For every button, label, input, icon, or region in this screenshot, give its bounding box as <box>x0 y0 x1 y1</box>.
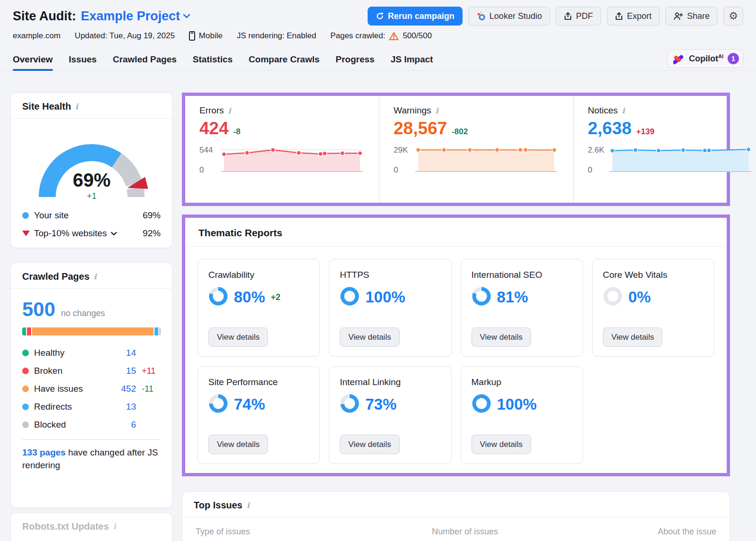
legend-row-blocked[interactable]: Blocked 6 <box>22 416 161 434</box>
warnings-panel: Warnings i 28,567 -802 29K 0 <box>379 96 573 203</box>
copilot-button[interactable]: CopilotAI 1 <box>667 49 743 68</box>
share-button[interactable]: Share <box>665 7 718 26</box>
orange-dot-icon <box>22 386 29 392</box>
info-icon[interactable]: i <box>622 106 625 115</box>
view-details-button[interactable]: View details <box>208 327 268 347</box>
header-meta: example.com Updated: Tue, Aug 19, 2025 M… <box>13 31 743 41</box>
thematic-reports-box: Thematic Reports Crawlability 80% +2 Vie… <box>182 215 730 476</box>
thematic-card-core-web-vitals: Core Web Vitals 0% View details <box>592 259 714 357</box>
site-health-card: Site Health i 69%+1 Your site 69% Top-10… <box>10 93 172 248</box>
notices-sparkline <box>610 144 751 175</box>
upload-icon <box>564 12 572 21</box>
copilot-count-badge: 1 <box>728 53 739 64</box>
legend-row-broken[interactable]: Broken 15 +11 <box>22 362 161 380</box>
blue-dot-icon <box>22 404 29 410</box>
thematic-card-markup: Markup 100% View details <box>461 366 583 464</box>
sidebar: Site Health i 69%+1 Your site 69% Top-10… <box>10 93 172 541</box>
thematic-card-internal-linking: Internal Linking 73% View details <box>329 366 451 464</box>
notices-label: Notices <box>588 105 618 116</box>
warnings-delta: -802 <box>452 127 468 137</box>
progress-ring <box>472 286 491 308</box>
top-issues-title: Top Issues <box>194 500 242 511</box>
info-icon[interactable]: i <box>436 106 438 115</box>
crawled-note: no changes <box>61 309 105 318</box>
info-icon[interactable]: i <box>228 106 231 115</box>
site-health-title: Site Health <box>22 101 71 112</box>
settings-button[interactable]: ⚙ <box>723 7 743 26</box>
view-details-button[interactable]: View details <box>472 327 531 347</box>
progress-ring <box>208 394 228 415</box>
info-icon[interactable]: i <box>247 501 249 510</box>
errors-value: 424 <box>199 119 229 138</box>
main-content: Errors i 424 -8 544 0 Warnings <box>182 93 730 541</box>
tab-progress[interactable]: Progress <box>335 48 374 70</box>
domain-label: example.com <box>13 31 60 41</box>
updated-label: Updated: Tue, Aug 19, 2025 <box>75 31 175 41</box>
export-button[interactable]: Export <box>607 7 660 26</box>
chevron-down-icon[interactable] <box>111 232 117 236</box>
warnings-sparkline <box>415 144 557 175</box>
progress-ring <box>603 286 623 308</box>
legend-row-have-issues[interactable]: Have issues 452 -11 <box>22 380 161 398</box>
refresh-icon <box>376 12 384 20</box>
y-axis-min: 0 <box>199 165 221 175</box>
tab-crawled-pages[interactable]: Crawled Pages <box>113 48 177 70</box>
red-marker-icon <box>22 231 30 236</box>
view-details-button[interactable]: View details <box>472 435 531 454</box>
js-rendering-note: 133 pages have changed after JS renderin… <box>22 447 161 472</box>
pages-crawled-label: Pages crawled: 500/500 <box>330 31 432 41</box>
legend-row-healthy[interactable]: Healthy 14 <box>22 344 161 362</box>
crawled-total: 500 <box>22 298 55 321</box>
col-about-the-issue: About the issue <box>658 527 716 537</box>
progress-ring <box>472 394 491 415</box>
mobile-icon <box>189 31 195 41</box>
robots-txt-card: Robots.txt Updates i <box>10 513 172 541</box>
tab-overview[interactable]: Overview <box>13 48 53 70</box>
changed-pages-link[interactable]: 133 pages <box>22 447 66 457</box>
info-icon[interactable]: i <box>94 272 96 281</box>
copilot-icon <box>673 53 685 64</box>
project-selector[interactable]: Example Project <box>81 9 190 24</box>
share-person-icon <box>673 12 683 20</box>
gray-dot-icon <box>22 421 29 428</box>
info-icon[interactable]: i <box>113 522 116 531</box>
js-rendering-label: JS rendering: Enabled <box>237 31 316 41</box>
col-number-of-issues: Number of issues <box>432 527 658 537</box>
tab-bar: Overview Issues Crawled Pages Statistics… <box>0 48 756 71</box>
notices-delta: +139 <box>636 127 654 137</box>
view-details-button[interactable]: View details <box>208 435 268 454</box>
thematic-card-https: HTTPS 100% View details <box>329 259 451 357</box>
warning-triangle-icon[interactable] <box>389 32 399 41</box>
view-details-button[interactable]: View details <box>340 435 399 454</box>
thematic-card-international-seo: International SEO 81% View details <box>461 259 583 357</box>
green-dot-icon <box>22 350 29 356</box>
errors-delta: -8 <box>233 127 241 137</box>
crawled-pages-stackbar[interactable] <box>22 327 161 335</box>
y-axis-min: 0 <box>588 165 610 175</box>
tab-js-impact[interactable]: JS Impact <box>391 48 433 70</box>
page-title: Site Audit: <box>13 9 76 24</box>
thematic-card-crawlability: Crawlability 80% +2 View details <box>198 259 320 357</box>
tab-issues[interactable]: Issues <box>69 48 97 70</box>
pdf-button[interactable]: PDF <box>556 7 601 26</box>
rerun-campaign-button[interactable]: Rerun campaign <box>368 7 463 26</box>
looker-studio-icon <box>476 11 486 21</box>
view-details-button[interactable]: View details <box>603 327 662 347</box>
tab-statistics[interactable]: Statistics <box>193 48 232 70</box>
upload-icon <box>615 12 623 21</box>
svg-text:+1: +1 <box>86 191 96 201</box>
tab-compare-crawls[interactable]: Compare Crawls <box>249 48 319 70</box>
red-dot-icon <box>22 368 29 374</box>
chevron-down-icon <box>183 14 190 18</box>
divider <box>22 439 161 440</box>
y-axis-max: 2.6K <box>588 146 610 155</box>
info-icon[interactable]: i <box>75 102 78 111</box>
looker-studio-button[interactable]: Looker Studio <box>468 7 550 26</box>
col-type-of-issues: Type of issues <box>196 527 432 537</box>
site-health-gauge: 69%+1 <box>11 119 172 206</box>
view-details-button[interactable]: View details <box>340 327 399 347</box>
site-audit-page: Site Audit: Example Project Rerun campai… <box>0 0 756 541</box>
device-label: Mobile <box>189 31 223 41</box>
legend-row-redirects[interactable]: Redirects 13 <box>22 398 161 416</box>
warnings-value: 28,567 <box>394 119 447 138</box>
